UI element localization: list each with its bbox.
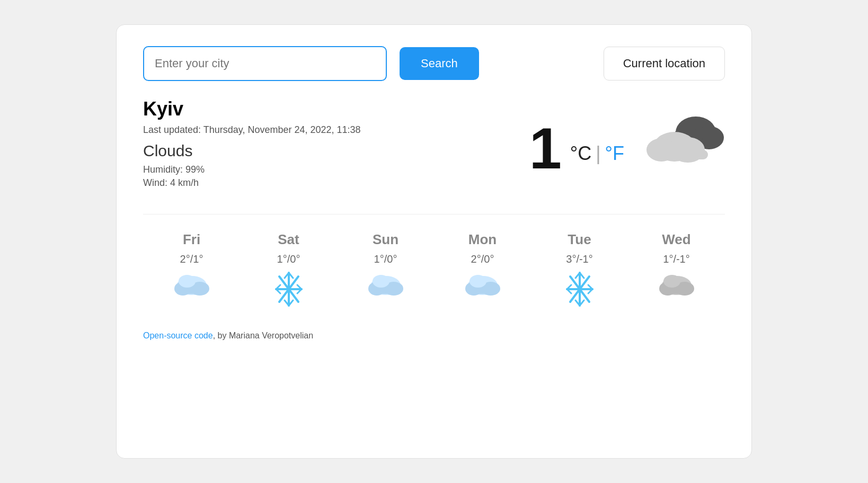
- city-name: Kyiv: [143, 98, 508, 120]
- svg-point-11: [179, 275, 196, 288]
- weather-condition: Clouds: [143, 142, 508, 160]
- temperature-display: 1 °C | °F: [529, 119, 624, 177]
- svg-point-50: [663, 275, 680, 288]
- current-location-button[interactable]: Current location: [604, 47, 725, 80]
- svg-rect-6: [655, 150, 708, 159]
- forecast-wed: Wed 1°/-1°: [628, 231, 725, 310]
- svg-rect-27: [373, 289, 399, 294]
- footer-author: , by Mariana Veropotvelian: [213, 331, 313, 340]
- svg-point-28: [373, 275, 389, 288]
- wind: Wind: 4 km/h: [143, 177, 508, 189]
- day-icon-sat: [274, 271, 304, 310]
- day-temps-sun: 1°/0°: [374, 253, 397, 265]
- city-input[interactable]: [143, 46, 387, 81]
- forecast-fri: Fri 2°/1°: [143, 231, 240, 310]
- day-name-tue: Tue: [568, 231, 591, 248]
- weather-info: Kyiv Last updated: Thursday, November 24…: [143, 98, 508, 189]
- celsius-unit[interactable]: °C: [570, 142, 591, 165]
- current-weather-section: Kyiv Last updated: Thursday, November 24…: [143, 98, 725, 189]
- forecast-sun: Sun 1°/0°: [337, 231, 434, 310]
- svg-rect-10: [179, 289, 205, 294]
- footer: Open-source code, by Mariana Veropotveli…: [143, 331, 725, 341]
- forecast-mon: Mon 2°/0°: [434, 231, 531, 310]
- svg-rect-32: [470, 289, 496, 294]
- forecast-sat: Sat 1°/0°: [240, 231, 337, 310]
- temperature-value: 1: [529, 119, 562, 177]
- day-temps-sat: 1°/0°: [277, 253, 300, 265]
- weather-card: Search Current location Kyiv Last update…: [116, 24, 752, 459]
- day-icon-mon: [464, 271, 501, 302]
- day-icon-fri: [173, 271, 210, 302]
- day-temps-wed: 1°/-1°: [663, 253, 689, 265]
- day-icon-sun: [367, 271, 404, 302]
- search-button[interactable]: Search: [400, 47, 479, 80]
- humidity: Humidity: 99%: [143, 164, 508, 175]
- open-source-link[interactable]: Open-source code: [143, 331, 213, 340]
- last-updated: Last updated: Thursday, November 24, 202…: [143, 123, 508, 137]
- day-name-mon: Mon: [468, 231, 497, 248]
- day-temps-fri: 2°/1°: [180, 253, 203, 265]
- day-temps-mon: 2°/0°: [471, 253, 494, 265]
- unit-separator: |: [596, 142, 600, 165]
- svg-point-33: [470, 275, 486, 288]
- forecast-row: Fri 2°/1° Sat 1°/0°: [143, 214, 725, 310]
- day-temps-tue: 3°/-1°: [566, 253, 592, 265]
- search-row: Search Current location: [143, 46, 725, 81]
- day-icon-wed: [658, 271, 695, 302]
- temperature-units: °C | °F: [570, 142, 624, 165]
- day-icon-tue: [565, 271, 595, 310]
- forecast-tue: Tue 3°/-1°: [531, 231, 628, 310]
- day-name-sun: Sun: [373, 231, 398, 248]
- current-weather-icon: [645, 109, 725, 169]
- fahrenheit-unit[interactable]: °F: [605, 142, 624, 165]
- day-name-sat: Sat: [278, 231, 299, 248]
- day-name-fri: Fri: [183, 231, 200, 248]
- svg-rect-49: [663, 289, 690, 294]
- day-name-wed: Wed: [662, 231, 690, 248]
